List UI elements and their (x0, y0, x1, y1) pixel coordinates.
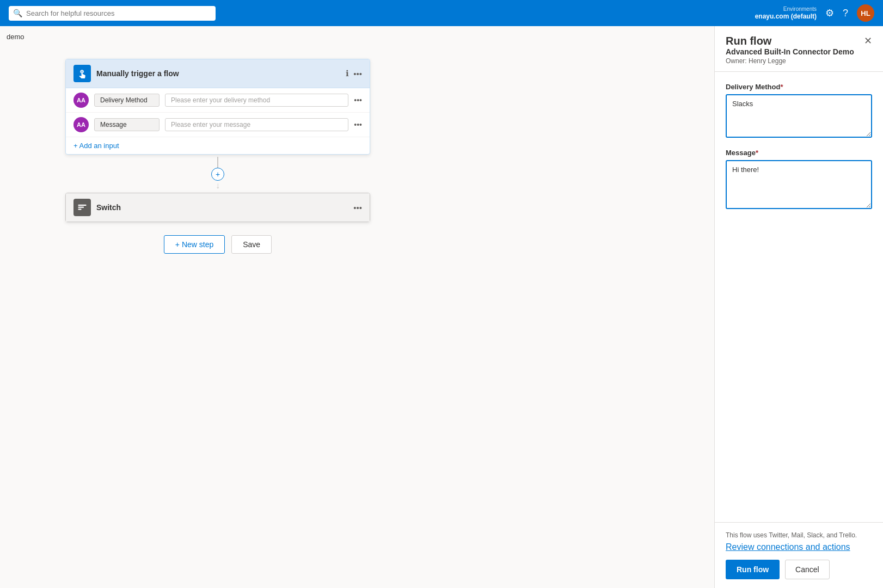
switch-card: Switch ••• (65, 193, 370, 222)
cancel-button[interactable]: Cancel (785, 560, 830, 579)
main-area: demo Manually trigger a flow ℹ ••• (0, 26, 883, 588)
flow-container: Manually trigger a flow ℹ ••• AA Deliver… (65, 59, 370, 254)
delivery-field-label: Delivery Method* (726, 83, 872, 91)
topbar-right: Environments enayu.com (default) ⚙ ? HL (755, 4, 874, 22)
switch-header-icons: ••• (353, 203, 362, 212)
footer-link[interactable]: Review connections and actions (726, 542, 850, 552)
switch-more-icon[interactable]: ••• (353, 203, 362, 212)
run-panel-header: Run flow Advanced Built-In Connector Dem… (715, 26, 883, 72)
message-label: Message (94, 118, 160, 131)
svg-rect-0 (78, 205, 87, 206)
save-button[interactable]: Save (231, 235, 272, 254)
app-label: demo (7, 33, 24, 41)
topbar: 🔍 Environments enayu.com (default) ⚙ ? H… (0, 0, 883, 26)
search-wrapper: 🔍 (9, 6, 216, 21)
svg-rect-2 (78, 209, 82, 210)
info-icon[interactable]: ℹ (346, 69, 349, 78)
delivery-field-wrapper: Delivery Method* Slacks (726, 83, 872, 149)
canvas: demo Manually trigger a flow ℹ ••• (0, 26, 714, 588)
delivery-input-display[interactable]: Please enter your delivery method (165, 94, 348, 107)
trigger-title: Manually trigger a flow (96, 69, 340, 78)
run-panel: Run flow Advanced Built-In Connector Dem… (714, 26, 883, 588)
avatar: HL (857, 4, 874, 22)
topbar-left: 🔍 (9, 6, 216, 21)
connector: + ↓ (211, 155, 224, 193)
new-step-button[interactable]: + New step (164, 235, 225, 254)
add-input-row[interactable]: + Add an input (66, 137, 370, 154)
trigger-card: Manually trigger a flow ℹ ••• AA Deliver… (65, 59, 370, 155)
footer-buttons: Run flow Cancel (726, 560, 872, 579)
environments-label: Environments (755, 5, 817, 13)
message-field-label: Message* (726, 149, 872, 157)
delivery-required: * (780, 83, 783, 91)
delivery-field-textarea[interactable]: Slacks (726, 94, 872, 138)
input-row-delivery: AA Delivery Method Please enter your del… (66, 88, 370, 113)
avatar-delivery: AA (73, 93, 89, 108)
close-panel-button[interactable]: ✕ (864, 35, 872, 47)
environment-info: Environments enayu.com (default) (755, 5, 817, 21)
switch-card-header: Switch ••• (66, 193, 370, 222)
run-panel-owner: Owner: Henry Legge (726, 57, 854, 65)
help-icon[interactable]: ? (843, 8, 848, 19)
input-row-message: AA Message Please enter your message ••• (66, 113, 370, 137)
delivery-label: Delivery Method (94, 94, 160, 107)
card-header-icons: ℹ ••• (346, 69, 362, 78)
more-icon[interactable]: ••• (353, 69, 362, 78)
message-required: * (756, 149, 758, 157)
run-panel-body: Delivery Method* Slacks Message* Hi ther… (715, 72, 883, 522)
search-icon: 🔍 (13, 9, 22, 17)
run-panel-title: Run flow (726, 35, 854, 47)
row-menu-delivery[interactable]: ••• (354, 96, 362, 105)
row-menu-message[interactable]: ••• (354, 120, 362, 129)
message-field-textarea[interactable]: Hi there! (726, 160, 872, 209)
run-panel-footer: This flow uses Twitter, Mail, Slack, and… (715, 522, 883, 588)
switch-title: Switch (96, 203, 348, 212)
message-field-wrapper: Message* Hi there! (726, 149, 872, 220)
trigger-card-header: Manually trigger a flow ℹ ••• (66, 59, 370, 88)
run-flow-button[interactable]: Run flow (726, 560, 780, 579)
search-input[interactable] (9, 6, 216, 21)
run-panel-header-left: Run flow Advanced Built-In Connector Dem… (726, 35, 854, 65)
connector-line-top (217, 157, 218, 168)
avatar-message: AA (73, 117, 89, 132)
connector-arrow: ↓ (216, 181, 220, 191)
trigger-icon (73, 65, 91, 82)
run-panel-subtitle: Advanced Built-In Connector Demo (726, 47, 854, 56)
footer-text: This flow uses Twitter, Mail, Slack, and… (726, 531, 872, 539)
add-input-label: + Add an input (73, 142, 119, 150)
settings-icon[interactable]: ⚙ (825, 7, 834, 19)
flow-actions: + New step Save (164, 235, 272, 254)
add-step-button[interactable]: + (211, 168, 224, 181)
svg-rect-1 (78, 207, 84, 208)
switch-icon (73, 199, 91, 216)
env-name: enayu.com (default) (755, 13, 817, 21)
message-input-display[interactable]: Please enter your message (165, 118, 348, 131)
